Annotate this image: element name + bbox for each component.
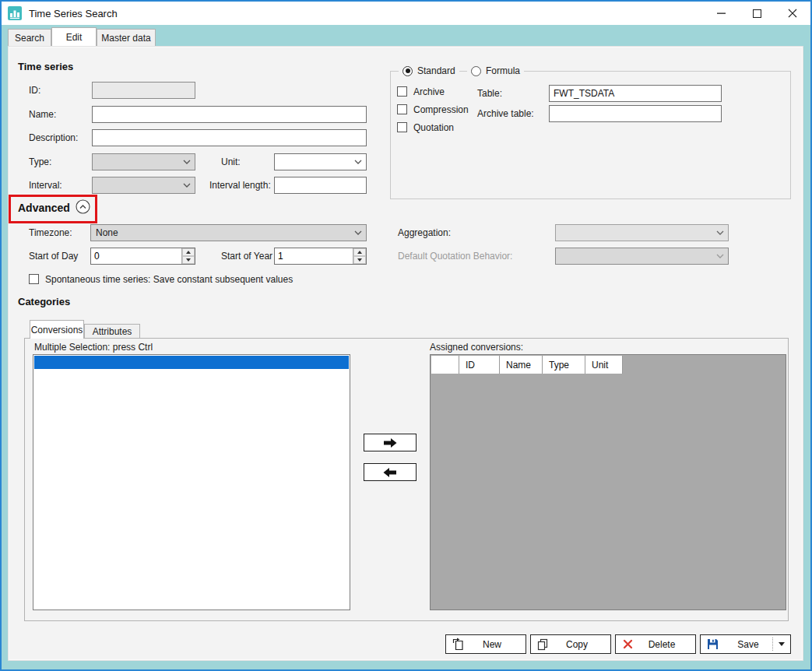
spontaneous-checkbox[interactable] <box>29 274 39 284</box>
unit-label: Unit: <box>221 153 241 170</box>
table-label: Table: <box>477 85 502 102</box>
chevron-down-icon <box>350 160 366 164</box>
new-page-icon <box>446 638 469 651</box>
start-of-day-label: Start of Day <box>29 248 78 265</box>
start-of-year-stepper[interactable] <box>274 248 367 265</box>
spinner-down-icon[interactable] <box>353 256 366 264</box>
tab-strip: Search Edit Master data Time series ID: … <box>2 25 810 669</box>
grid-column-name: Name <box>500 356 543 374</box>
collapse-advanced-button[interactable] <box>76 199 90 214</box>
advanced-section-title: Advanced <box>18 202 70 214</box>
default-quotation-dropdown <box>555 248 729 265</box>
archive-table-label: Archive table: <box>477 105 534 122</box>
conversions-listbox[interactable] <box>33 354 350 610</box>
titlebar: Time Series Search <box>2 2 810 25</box>
start-of-day-input[interactable] <box>91 248 181 264</box>
selected-list-row[interactable] <box>34 356 349 369</box>
tab-master-data[interactable]: Master data <box>97 29 156 46</box>
spontaneous-label: Spontaneous time series: Save constant s… <box>45 271 293 288</box>
archive-label: Archive <box>413 83 445 100</box>
categories-section-title: Categories <box>18 296 70 307</box>
grid-column-unit: Unit <box>585 356 623 374</box>
start-of-year-label: Start of Year <box>221 248 272 265</box>
grid-column-id: ID <box>459 356 500 374</box>
tab-search[interactable]: Search <box>8 29 51 46</box>
assign-conversion-button[interactable] <box>364 434 417 451</box>
unassign-conversion-button[interactable] <box>364 463 417 481</box>
minimize-icon <box>717 9 726 17</box>
grid-column-indicator <box>431 356 459 374</box>
chevron-down-icon <box>712 254 728 258</box>
grid-header-row: ID Name Type Unit <box>431 356 623 374</box>
window-title: Time Series Search <box>29 8 118 19</box>
close-icon <box>788 9 797 18</box>
save-menu-caret-icon[interactable] <box>779 642 785 646</box>
default-quotation-label: Default Quotation Behavior: <box>398 248 512 265</box>
start-of-year-input[interactable] <box>275 248 353 264</box>
compression-label: Compression <box>413 101 469 118</box>
assigned-conversions-label: Assigned conversions: <box>430 339 523 356</box>
save-split-divider <box>772 638 773 651</box>
chevron-down-icon <box>179 183 195 188</box>
assigned-conversions-grid[interactable]: ID Name Type Unit <box>430 354 786 610</box>
interval-dropdown <box>92 177 195 194</box>
table-field[interactable] <box>549 85 722 102</box>
copy-icon <box>531 638 554 651</box>
radio-selected-icon <box>402 66 413 76</box>
close-button[interactable] <box>775 2 810 25</box>
timezone-label: Timezone: <box>29 224 72 241</box>
chevron-down-icon <box>179 160 195 164</box>
chevron-down-icon <box>350 230 366 235</box>
type-label: Type: <box>29 153 51 170</box>
id-label: ID: <box>29 82 40 99</box>
quotation-label: Quotation <box>413 119 454 136</box>
chevron-down-icon <box>712 230 728 235</box>
spinner-up-icon[interactable] <box>182 248 195 256</box>
conversions-tab-panel: Multiple Selection: press Ctrl Assigned … <box>24 338 789 621</box>
start-of-day-stepper[interactable] <box>90 248 195 265</box>
maximize-button[interactable] <box>739 2 775 25</box>
minimize-button[interactable] <box>703 2 739 25</box>
spinner-up-icon[interactable] <box>353 248 366 256</box>
quotation-checkbox[interactable] <box>397 122 407 132</box>
description-label: Description: <box>29 129 78 146</box>
time-series-search-window: Time Series Search Search Edit Master da… <box>0 0 812 671</box>
save-button[interactable]: Save <box>700 634 791 654</box>
archive-table-field[interactable] <box>549 105 722 122</box>
grid-column-type: Type <box>543 356 585 374</box>
name-label: Name: <box>29 106 56 123</box>
delete-x-icon <box>616 639 639 649</box>
delete-button[interactable]: Delete <box>615 634 696 654</box>
multiple-selection-hint: Multiple Selection: press Ctrl <box>34 339 153 356</box>
radio-unselected-icon <box>471 66 481 76</box>
timezone-dropdown: None <box>90 224 367 241</box>
app-bar-chart-icon <box>8 6 22 20</box>
storage-groupbox: Standard Formula Archive Compression Quo… <box>390 71 791 199</box>
type-dropdown <box>92 153 195 170</box>
move-left-icon <box>381 466 399 479</box>
move-right-icon <box>381 437 399 449</box>
copy-button[interactable]: Copy <box>530 634 611 654</box>
aggregation-label: Aggregation: <box>398 224 451 241</box>
name-field[interactable] <box>92 106 367 123</box>
id-field <box>92 82 195 99</box>
edit-panel: Time series ID: Name: Description: Type:… <box>8 46 803 661</box>
save-floppy-icon <box>701 638 724 650</box>
tab-conversions[interactable]: Conversions <box>30 320 84 339</box>
formula-radio[interactable]: Formula <box>467 65 524 77</box>
archive-checkbox[interactable] <box>397 86 407 97</box>
interval-label: Interval: <box>29 177 62 194</box>
time-series-section-title: Time series <box>18 61 73 72</box>
spinner-down-icon[interactable] <box>182 256 195 264</box>
interval-length-label: Interval length: <box>209 177 271 194</box>
compression-checkbox[interactable] <box>397 104 407 114</box>
unit-dropdown[interactable] <box>274 153 367 170</box>
description-field[interactable] <box>92 129 367 146</box>
new-button[interactable]: New <box>445 634 526 654</box>
tab-attributes[interactable]: Attributes <box>84 324 140 339</box>
interval-length-field[interactable] <box>274 177 367 194</box>
aggregation-dropdown <box>555 224 729 241</box>
standard-radio[interactable]: Standard <box>399 65 459 77</box>
maximize-icon <box>753 9 761 18</box>
tab-edit[interactable]: Edit <box>51 27 97 46</box>
